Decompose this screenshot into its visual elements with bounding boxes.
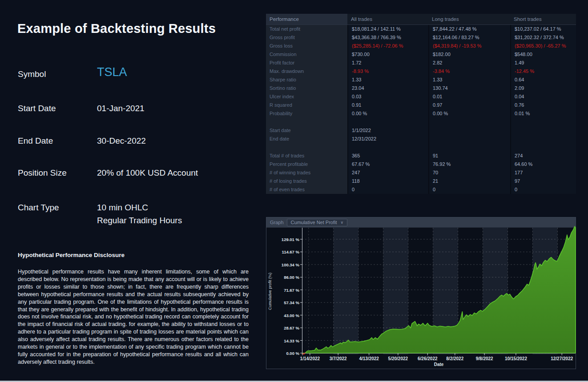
table-cell: $31,202.32 / 372.74 % (510, 33, 576, 42)
table-cell: 1/1/2022 (347, 126, 428, 135)
table-cell: 0.03 (347, 92, 428, 101)
plot-band (334, 228, 358, 354)
table-spacer-value-cell (347, 118, 428, 126)
table-cell: $730.00 (347, 50, 428, 59)
table-header-long-trades: Long trades (428, 14, 510, 25)
table-cell: 0.76 (510, 101, 576, 109)
table-cell: 64.60 % (510, 160, 576, 169)
table-cell: ($4,319.84) / -19.53 % (428, 42, 510, 50)
graph-panel: Graph Cumulative Net Profit ∨ Cumulative… (266, 217, 576, 369)
position-size-value: 20% of 100K USD Account (97, 168, 198, 178)
chart-type-value-line1: 10 min OHLC (97, 203, 148, 213)
chart-type-label: Chart Type (18, 203, 59, 213)
table-cell: 70 (428, 169, 510, 177)
y-tick-label: 86.00 % (272, 275, 299, 280)
table-cell: 1.49 (510, 59, 576, 67)
table-row-label: Ulcer index (266, 92, 347, 101)
table-cell: 91 (428, 152, 510, 160)
table-cell (428, 135, 510, 143)
table-cell: 130.74 (428, 84, 510, 92)
table-row-label: Start date (266, 126, 347, 135)
table-row-label: Total net profit (266, 25, 347, 33)
start-date-label: Start Date (18, 104, 56, 113)
table-spacer-value-cell (347, 143, 428, 152)
table-row-label: Sharpe ratio (266, 76, 347, 84)
table-cell: $548.00 (510, 50, 576, 59)
table-cell: $182.00 (428, 50, 510, 59)
table-spacer-value-cell (428, 143, 510, 152)
table-cell: 1.33 (347, 76, 428, 84)
table-cell: -12.45 % (510, 67, 576, 76)
start-date-value: 01-Jan-2021 (97, 104, 145, 113)
table-cell: 76.92 % (428, 160, 510, 169)
disclosure-title: Hypothetical Performance Disclosure (18, 252, 125, 258)
y-tick-label: 14.33 % (272, 338, 299, 343)
table-cell: 0.04 (510, 92, 576, 101)
table-cell: 12/31/2022 (347, 135, 428, 143)
graph-toolbar: Graph Cumulative Net Profit ∨ (266, 217, 576, 228)
table-row-label: Probability (266, 109, 347, 118)
table-spacer-label-cell (266, 143, 347, 152)
table-row-label: # of losing trades (266, 177, 347, 185)
table-row-label: End date (266, 135, 347, 143)
table-cell: 67.67 % (347, 160, 428, 169)
table-row-label: Sortino ratio (266, 84, 347, 92)
table-cell: 0.00 % (347, 109, 428, 118)
table-row-label: Gross profit (266, 33, 347, 42)
y-tick-label: 43.00 % (272, 313, 299, 318)
table-cell: -3.84 % (428, 67, 510, 76)
backtesting-results-screen: { "left_panel": { "title": "Example of B… (0, 0, 588, 382)
table-spacer-value-cell (428, 118, 510, 126)
disclosure-body: Hypothetical performance results have ma… (18, 268, 249, 366)
table-cell: 0.01 % (510, 109, 576, 118)
page-title: Example of Backtesting Results (17, 21, 216, 36)
table-cell: 1.33 (428, 76, 510, 84)
table-cell: 0.01 (428, 92, 510, 101)
table-cell: 274 (510, 152, 576, 160)
table-cell: $7,844.22 / 47.48 % (428, 25, 510, 33)
table-cell: 0 (428, 185, 510, 194)
table-row-label: # of winning trades (266, 169, 347, 177)
table-cell (510, 126, 576, 135)
graph-type-dropdown[interactable]: Cumulative Net Profit ∨ (287, 219, 348, 226)
x-tick-label: 10/15/2022 (498, 356, 534, 361)
table-spacer-label-cell (266, 118, 347, 126)
table-cell: 0.64 (510, 76, 576, 84)
table-cell: 365 (347, 152, 428, 160)
graph-type-dropdown-value: Cumulative Net Profit (291, 220, 337, 225)
table-row-label: Profit factor (266, 59, 347, 67)
x-tick-label: 9/8/2022 (467, 356, 502, 361)
table-cell: 118 (347, 177, 428, 185)
table-cell: ($25,285.14) / -72.06 % (347, 42, 428, 50)
position-size-label: Position Size (18, 168, 67, 178)
table-cell: 2.82 (428, 59, 510, 67)
table-row-label: # of even trades (266, 185, 347, 194)
table-cell: -8.93 % (347, 67, 428, 76)
table-cell: $18,081.24 / 142.11 % (347, 25, 428, 33)
table-cell: 23.04 (347, 84, 428, 92)
table-header-short-trades: Short trades (510, 14, 576, 25)
table-cell: $43,366.38 / 766.39 % (347, 33, 428, 42)
graph-toolbar-label: Graph (270, 220, 284, 225)
end-date-value: 30-Dec-2022 (97, 136, 146, 146)
y-tick-label: 28.67 % (272, 326, 299, 330)
table-cell: 0.91 (347, 101, 428, 109)
table-cell: 1.72 (347, 59, 428, 67)
table-cell: 21 (428, 177, 510, 185)
table-cell: 0 (347, 185, 428, 194)
table-cell (510, 135, 576, 143)
table-cell: 247 (347, 169, 428, 177)
table-row-label: Commission (266, 50, 347, 59)
table-cell: 0.97 (428, 101, 510, 109)
x-tick-label: 12/27/2022 (544, 356, 580, 361)
table-cell: 2.09 (510, 84, 576, 92)
table-cell: ($20,965.30) / -65.27 % (510, 42, 576, 50)
table-row-label: Max. drawdown (266, 67, 347, 76)
table-row-label: Total # of trades (266, 152, 347, 160)
table-row-label: Percent profitable (266, 160, 347, 169)
y-tick-label: 0.00 % (272, 351, 299, 356)
chevron-down-icon: ∨ (341, 220, 344, 225)
table-cell: $10,237.02 / 64.17 % (510, 25, 576, 33)
performance-table: Performance All trades Long trades Short… (266, 14, 576, 194)
table-cell (428, 126, 510, 135)
